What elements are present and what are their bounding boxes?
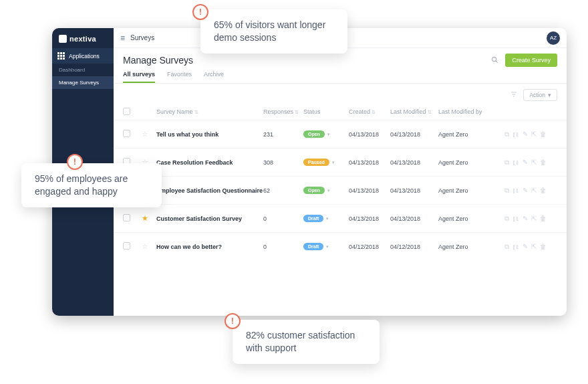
applications-label: Applications — [69, 53, 100, 60]
survey-name: Tell us what you think — [156, 131, 263, 138]
edit-icon[interactable]: ✎ — [523, 215, 528, 223]
chart-icon[interactable]: ⫿⫾ — [512, 243, 519, 251]
modified-by: Agent Zero — [438, 244, 485, 250]
created-date: 04/13/2018 — [349, 215, 390, 222]
copy-icon[interactable]: ⧉ — [504, 130, 509, 138]
table-row[interactable]: ☆Employee Satisfaction Questionnaire62Op… — [114, 176, 567, 204]
delete-icon[interactable]: 🗑 — [540, 243, 547, 251]
chart-icon[interactable]: ⫿⫾ — [512, 215, 519, 223]
chart-icon[interactable]: ⫿⫾ — [512, 159, 519, 167]
main-content: ≡ Surveys AZ Manage Surveys Create Surve… — [114, 28, 567, 316]
chevron-down-icon: ▾ — [327, 132, 330, 136]
copy-icon[interactable]: ⧉ — [504, 215, 509, 223]
action-button-label: Action — [529, 92, 545, 98]
copy-icon[interactable]: ⧉ — [504, 159, 509, 167]
search-icon[interactable] — [491, 56, 498, 65]
responses-count: 231 — [263, 131, 303, 138]
share-icon[interactable]: ⇱ — [531, 243, 537, 251]
share-icon[interactable]: ⇱ — [531, 215, 537, 223]
edit-icon[interactable]: ✎ — [523, 187, 528, 195]
status-cell[interactable]: Paused▾ — [303, 159, 349, 166]
modified-by: Agent Zero — [438, 187, 485, 194]
sidebar-item-dashboard[interactable]: Dashboard — [52, 64, 114, 76]
row-checkbox[interactable] — [123, 130, 130, 137]
col-modified: Last Modified⇅ — [390, 108, 438, 115]
select-all-checkbox[interactable] — [123, 108, 130, 115]
alert-badge-icon: ! — [67, 154, 83, 170]
row-actions: ⧉⫿⫾✎⇱🗑 — [485, 159, 547, 167]
surveys-table: Survey Name⇅ Responses⇅ Status Created⇅ … — [114, 104, 567, 260]
status-pill: Paused — [303, 159, 329, 166]
tab-all-surveys[interactable]: All surveys — [123, 71, 155, 83]
share-icon[interactable]: ⇱ — [531, 187, 537, 195]
star-icon[interactable]: ★ — [142, 214, 156, 223]
row-actions: ⧉⫿⫾✎⇱🗑 — [485, 130, 547, 138]
chevron-down-icon: ▾ — [327, 188, 330, 193]
modified-date: 04/13/2018 — [390, 131, 438, 138]
delete-icon[interactable]: 🗑 — [540, 215, 547, 223]
row-actions: ⧉⫿⫾✎⇱🗑 — [485, 187, 547, 195]
edit-icon[interactable]: ✎ — [523, 159, 528, 167]
share-icon[interactable]: ⇱ — [531, 130, 537, 138]
row-checkbox[interactable] — [123, 242, 130, 250]
tab-favorites[interactable]: Favorites — [167, 71, 192, 83]
col-name: Survey Name⇅ — [156, 108, 263, 115]
modified-by: Agent Zero — [438, 215, 485, 222]
responses-count: 0 — [263, 244, 303, 250]
sidebar-item-manage-surveys[interactable]: Manage Surveys — [52, 76, 114, 89]
delete-icon[interactable]: 🗑 — [540, 159, 547, 167]
sidebar-section-applications[interactable]: Applications — [52, 48, 114, 64]
modified-by: Agent Zero — [438, 131, 485, 138]
created-date: 04/12/2018 — [349, 244, 390, 250]
status-pill: Draft — [303, 243, 323, 250]
modified-date: 04/13/2018 — [390, 159, 438, 166]
delete-icon[interactable]: 🗑 — [540, 130, 547, 138]
delete-icon[interactable]: 🗑 — [540, 187, 547, 195]
created-date: 04/13/2018 — [349, 131, 390, 138]
breadcrumb-icon: ≡ — [120, 33, 125, 43]
chart-icon[interactable]: ⫿⫾ — [512, 130, 519, 138]
survey-name: Case Resolution Feedback — [156, 159, 263, 166]
table-row[interactable]: ★Customer Satisfaction Survey0Draft▾04/1… — [114, 204, 567, 232]
col-status: Status — [303, 108, 349, 115]
avatar[interactable]: AZ — [547, 31, 560, 45]
insight-callout: ! 82% customer satisfaction with support — [233, 320, 380, 364]
star-icon[interactable]: ☆ — [142, 130, 156, 138]
row-actions: ⧉⫿⫾✎⇱🗑 — [485, 243, 547, 251]
table-row[interactable]: ☆Case Resolution Feedback308Paused▾04/13… — [114, 148, 567, 176]
chevron-down-icon: ▾ — [326, 216, 329, 221]
applications-grid-icon — [57, 52, 65, 60]
status-cell[interactable]: Draft▾ — [303, 243, 349, 250]
col-responses: Responses⇅ — [263, 108, 303, 115]
status-cell[interactable]: Draft▾ — [303, 215, 349, 222]
alert-badge-icon: ! — [225, 313, 241, 329]
page-title: Manage Surveys — [123, 55, 193, 66]
filter-icon[interactable] — [510, 90, 518, 100]
edit-icon[interactable]: ✎ — [523, 130, 528, 138]
row-checkbox[interactable] — [123, 214, 130, 221]
chevron-down-icon: ▾ — [332, 160, 335, 165]
table-row[interactable]: ☆How can we do better?0Draft▾04/12/20180… — [114, 232, 567, 260]
status-cell[interactable]: Open▾ — [303, 187, 349, 194]
survey-name: Customer Satisfaction Survey — [156, 215, 263, 222]
table-row[interactable]: ☆Tell us what you think231Open▾04/13/201… — [114, 120, 567, 148]
insight-callout: ! 65% of visitors want longer demo sessi… — [200, 9, 347, 54]
modified-date: 04/12/2018 — [390, 244, 438, 250]
share-icon[interactable]: ⇱ — [531, 159, 537, 167]
status-pill: Draft — [303, 215, 323, 222]
chevron-down-icon: ▾ — [548, 92, 551, 98]
chart-icon[interactable]: ⫿⫾ — [512, 187, 519, 195]
logo-mark-icon — [59, 35, 67, 43]
col-modified-by: Last Modified by — [438, 108, 485, 115]
status-cell[interactable]: Open▾ — [303, 130, 349, 138]
copy-icon[interactable]: ⧉ — [504, 187, 509, 195]
create-survey-button[interactable]: Create Survey — [505, 54, 557, 67]
bulk-action-button[interactable]: Action ▾ — [523, 89, 557, 101]
tab-archive[interactable]: Archive — [204, 71, 224, 83]
row-actions: ⧉⫿⫾✎⇱🗑 — [485, 215, 547, 223]
copy-icon[interactable]: ⧉ — [504, 243, 509, 251]
edit-icon[interactable]: ✎ — [523, 243, 528, 251]
status-pill: Open — [303, 130, 325, 138]
star-icon[interactable]: ☆ — [142, 242, 156, 251]
created-date: 04/13/2018 — [349, 187, 390, 194]
